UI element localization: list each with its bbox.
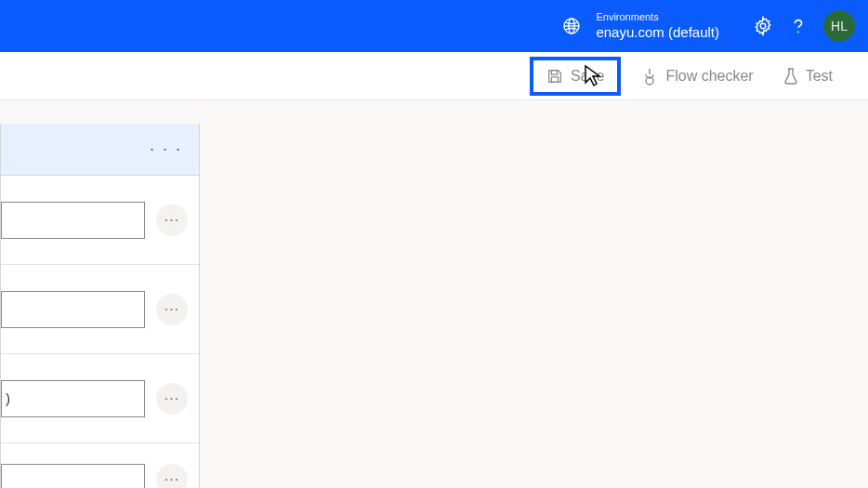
svg-point-3 [760, 23, 766, 29]
row-more-icon[interactable]: ··· [156, 294, 188, 325]
row-more-icon[interactable]: ··· [156, 204, 188, 236]
input-field[interactable]: ) [1, 380, 145, 417]
header: Environments enayu.com (default) HL [0, 0, 868, 52]
flow-checker-label: Flow checker [665, 68, 753, 85]
row-more-icon[interactable]: ··· [156, 464, 188, 488]
row-more-icon[interactable]: ··· [156, 383, 188, 415]
input-field[interactable] [1, 464, 145, 488]
svg-rect-5 [551, 70, 557, 74]
svg-point-4 [797, 32, 799, 33]
test-button[interactable]: Test [774, 61, 842, 91]
globe-icon [562, 17, 581, 35]
flow-checker-button[interactable]: Flow checker [632, 61, 762, 91]
card-row: ) ··· [1, 354, 199, 443]
card-row: ··· [1, 443, 199, 488]
save-label: Save [571, 68, 604, 85]
avatar[interactable]: HL [823, 10, 855, 42]
save-button[interactable]: Save [530, 57, 621, 96]
test-label: Test [806, 68, 833, 85]
input-field[interactable] [1, 202, 145, 239]
card-row: ··· [1, 176, 199, 265]
toolbar: Save Flow checker Test [0, 52, 868, 100]
input-field[interactable] [1, 291, 145, 328]
help-icon[interactable] [781, 16, 816, 36]
card-header[interactable]: · · · [1, 124, 199, 176]
card-menu-icon[interactable]: · · · [150, 139, 182, 159]
flow-card: · · · ··· ··· ) ··· ··· [0, 124, 200, 488]
settings-icon[interactable] [745, 16, 781, 36]
card-row: ··· [1, 265, 199, 354]
svg-rect-6 [551, 76, 558, 81]
env-value: enayu.com (default) [596, 24, 719, 41]
environment-picker[interactable]: Environments enayu.com (default) [596, 11, 719, 40]
env-label: Environments [596, 11, 719, 23]
